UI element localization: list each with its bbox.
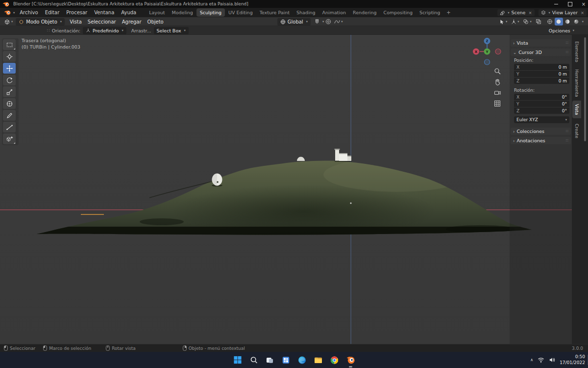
view-layer-selector[interactable]: ▾ View Layer × (539, 9, 587, 16)
sidebar-scrollbar[interactable] (584, 37, 586, 141)
workspace-tab-rendering[interactable]: Rendering (349, 8, 380, 17)
toggle-perspective-button[interactable] (492, 99, 502, 108)
overlays-icon (523, 19, 529, 25)
snap-magnet-toggle[interactable] (313, 18, 321, 26)
tool-options-dropdown[interactable]: Opciones ▾ (549, 28, 574, 33)
minimize-button[interactable] (549, 0, 563, 8)
search-button[interactable] (247, 354, 260, 367)
edge-browser-icon[interactable] (296, 354, 309, 367)
zoom-button[interactable] (492, 67, 502, 76)
sidebar-tab-create[interactable]: Create (572, 120, 581, 142)
rendered-shading-icon (573, 19, 579, 25)
tool-box-select-button[interactable] (3, 39, 16, 50)
viewport-menu-seleccionar[interactable]: Seleccionar (85, 19, 119, 25)
workspace-tab-scripting[interactable]: Scripting (416, 8, 443, 17)
toggle-xray-button[interactable] (534, 18, 543, 26)
wifi-icon[interactable] (538, 357, 544, 363)
unlink-scene-icon[interactable]: × (528, 10, 532, 15)
menu-archivo[interactable]: Archivo (16, 8, 41, 17)
panel-cursor-3d[interactable]: ⌄ Cursor 3D ∷ (511, 49, 571, 56)
drag-action-dropdown[interactable]: Select Box ▾ (154, 27, 189, 34)
workspace-tab-shading[interactable]: Shading (293, 8, 319, 17)
workspace-tab-texture-paint[interactable]: Texture Paint (256, 8, 293, 17)
tool-measure-button[interactable] (3, 122, 16, 132)
orientation-preset-dropdown[interactable]: Predefinido ▾ (83, 27, 126, 34)
shading-mode-group: ▾ (546, 18, 584, 26)
chrome-browser-icon[interactable] (328, 354, 341, 367)
menu-ayuda[interactable]: Ayuda (118, 8, 140, 17)
tool-add-cube-button[interactable] (3, 133, 16, 144)
tool-scale-button[interactable] (3, 86, 16, 97)
maximize-button[interactable] (563, 0, 577, 8)
rotation-x-field[interactable]: X 0° (514, 94, 569, 100)
tool-move-button[interactable] (3, 63, 16, 74)
panel-vista-label: Vista (516, 40, 528, 46)
object-visibility-dropdown[interactable]: ▾ (498, 18, 509, 26)
close-button[interactable]: × (577, 0, 588, 8)
sidebar-tab-herramienta[interactable]: Herramienta (572, 67, 581, 99)
show-gizmos-button[interactable]: ▾ (510, 18, 520, 26)
add-workspace-button[interactable]: + (443, 10, 453, 15)
scene-selector[interactable]: ▾ Scene × (497, 9, 534, 16)
navigation-gizmo[interactable]: Z X Y (472, 36, 503, 68)
file-explorer-icon[interactable] (312, 354, 325, 367)
workspace-tab-compositing[interactable]: Compositing (380, 8, 416, 17)
remove-view-layer-icon[interactable]: × (581, 10, 584, 15)
menu-ventana[interactable]: Ventana (91, 8, 118, 17)
tool-cursor-button[interactable] (3, 51, 16, 62)
show-overlays-button[interactable]: ▾ (521, 18, 533, 26)
viewport-menu-agregar[interactable]: Agregar (119, 19, 145, 25)
rotation-y-field[interactable]: Y 0° (514, 101, 569, 107)
panel-anotaciones[interactable]: › Anotaciones ∷ (511, 137, 571, 144)
shading-solid-button[interactable] (555, 18, 563, 26)
transform-orientation-dropdown[interactable]: Global ▾ (277, 18, 311, 26)
position-y-field[interactable]: Y 0 m (514, 71, 569, 77)
widgets-button[interactable] (280, 354, 293, 367)
workspace-tab-modeling[interactable]: Modeling (169, 8, 196, 17)
workspace-tab-animation[interactable]: Animation (319, 8, 349, 17)
transform-icon (6, 100, 13, 107)
proportional-falloff-dropdown[interactable]: ▾ (333, 18, 344, 26)
rotation-z-field[interactable]: Z 0° (514, 107, 569, 114)
blender-taskbar-icon[interactable] (344, 354, 357, 367)
blender-menu-button[interactable]: ▾ (2, 9, 16, 17)
shading-wireframe-button[interactable] (546, 18, 554, 26)
viewport-menu-objeto[interactable]: Objeto (145, 19, 167, 25)
rotation-label: Rotación: (514, 88, 572, 93)
workspace-tab-layout[interactable]: Layout (146, 8, 168, 17)
gizmo-minus-z-handle (485, 59, 490, 65)
volume-icon[interactable] (549, 357, 555, 363)
view-name-label: Trasera (ortogonal) (22, 38, 66, 43)
editor-type-dropdown[interactable]: ▾ (2, 18, 14, 26)
taskbar-clock[interactable]: 0:50 17/01/2022 (560, 354, 585, 366)
position-x-field[interactable]: X 0 m (514, 64, 569, 70)
sidebar-tab-vista[interactable]: Vista (572, 101, 581, 118)
pan-button[interactable] (492, 78, 502, 86)
proportional-editing-toggle[interactable] (324, 18, 333, 26)
mode-dropdown[interactable]: Modo Objeto ▾ (16, 18, 65, 26)
task-view-button[interactable] (264, 354, 276, 367)
tool-transform-button[interactable] (3, 98, 16, 109)
camera-view-button[interactable] (492, 88, 502, 97)
tray-expand-icon[interactable]: ∧ (530, 358, 533, 362)
panel-vista[interactable]: › Vista ∷ (511, 39, 571, 47)
shading-options-dropdown[interactable]: ▾ (582, 20, 584, 24)
tool-rotate-button[interactable] (3, 75, 16, 85)
menu-procesar[interactable]: Procesar (63, 8, 91, 17)
viewport-menu-vista[interactable]: Vista (67, 19, 85, 25)
chevron-down-icon: ▾ (573, 28, 574, 32)
shading-material-button[interactable] (564, 18, 572, 26)
sidebar-tab-elemento[interactable]: Elemento (572, 38, 581, 65)
chevron-open-icon: ⌄ (513, 50, 516, 55)
tool-annotate-button[interactable] (3, 110, 16, 121)
workspace-tab-uv-editing[interactable]: UV Editing (225, 8, 256, 17)
wireframe-shading-icon (547, 19, 553, 25)
workspace-tab-sculpting[interactable]: Sculpting (196, 8, 225, 17)
shading-rendered-button[interactable] (572, 18, 581, 26)
orientation-setting-label: Orientación: (52, 28, 80, 33)
position-z-field[interactable]: Z 0 m (514, 78, 569, 84)
panel-colecciones[interactable]: › Colecciones ∷ (511, 128, 571, 135)
menu-editar[interactable]: Editar (42, 8, 63, 17)
start-button[interactable] (231, 354, 244, 367)
rotation-mode-dropdown[interactable]: Euler XYZ ▾ (514, 116, 569, 123)
